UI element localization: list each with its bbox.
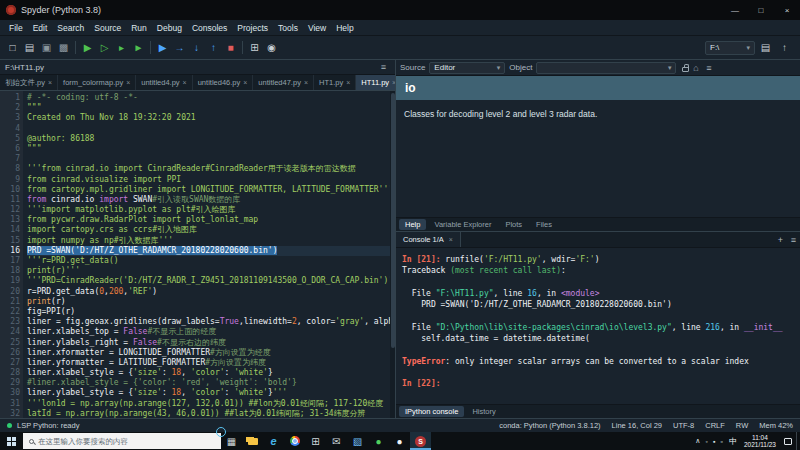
console-output[interactable]: In [21]: runfile('F:/HT11.py', wdir='F:'… [396,248,800,404]
editor-tab-3[interactable]: untitled46.py× [193,75,254,90]
tray-icon-3[interactable]: ▫ [720,438,722,445]
editor-tab-label: untitled4.py [141,78,179,87]
notification-center-icon[interactable] [780,432,796,450]
edge-icon[interactable]: e [263,432,284,450]
menu-item-tools[interactable]: Tools [273,23,303,33]
menu-item-view[interactable]: View [303,23,331,33]
save-all-button[interactable]: ▩ [55,39,72,56]
tray-icon-2[interactable]: ▪ [713,438,715,445]
code-segment: from pycwr.draw.RadarPlot import plot_lo… [27,215,258,224]
maximize-button[interactable]: □ [748,0,774,20]
file-explorer-icon[interactable] [242,432,263,450]
chrome-icon[interactable] [284,432,305,450]
editor-body[interactable]: 1234567891011121314151617181920212223242… [0,91,395,418]
menu-item-edit[interactable]: Edit [28,23,53,33]
line-number: 18 [0,266,20,276]
run-selection-button[interactable]: ► [130,39,147,56]
spyder-taskbar-icon[interactable]: S [410,432,431,450]
preferences-button[interactable]: ◉ [263,39,280,56]
show-desktop-button[interactable] [796,432,800,450]
tray-expand-icon[interactable]: ∧ [695,437,700,445]
step-over-button[interactable]: → [171,39,188,56]
taskbar-clock[interactable]: 11:04 2021/11/23 [740,432,780,450]
new-file-button[interactable]: □ [4,39,21,56]
console-tab-1[interactable]: History [466,406,501,417]
code-segment: False [133,338,157,347]
editor-tab-1[interactable]: form_colormap.py× [58,75,136,90]
menu-item-source[interactable]: Source [89,23,126,33]
start-button[interactable] [0,432,23,450]
qq-icon[interactable]: ● [389,432,410,450]
help-tab-3[interactable]: Files [530,219,558,230]
minimize-button[interactable]: — [722,0,748,20]
object-combo[interactable]: ▾ [536,62,676,74]
tab-close-icon[interactable]: × [183,79,187,86]
menu-bar: FileEditSearchSourceRunDebugConsolesProj… [0,20,800,36]
scrollbar-thumb[interactable] [391,93,395,348]
source-combo[interactable]: Editor ▾ [429,62,505,74]
console-options-icon[interactable]: ≡ [787,235,800,245]
task-view-icon[interactable]: ▦ [221,432,242,450]
tab-close-icon[interactable]: × [392,79,395,86]
photos-icon[interactable]: ▧ [347,432,368,450]
mail-icon[interactable]: ✉ [326,432,347,450]
tray-icon-1[interactable]: ◦ [705,438,707,445]
tab-close-icon[interactable]: × [48,79,52,86]
menu-item-search[interactable]: Search [52,23,89,33]
tab-close-icon[interactable]: × [243,79,247,86]
step-into-button[interactable]: ↓ [188,39,205,56]
main-toolbar: □▤▣▩▶▷▸►▶→↓↑■⊞◉ F:\ ▾ ▤ ↑ [0,36,800,60]
new-console-button[interactable]: + [774,235,787,245]
menu-item-file[interactable]: File [4,23,28,33]
editor-tab-5[interactable]: HT1.py× [314,75,356,90]
save-button[interactable]: ▣ [38,39,55,56]
help-tab-2[interactable]: Plots [499,219,528,230]
help-tab-0[interactable]: Help [399,219,426,230]
store-icon[interactable]: ⊞ [305,432,326,450]
working-directory-combo[interactable]: F:\ ▾ [705,41,755,55]
menu-item-help[interactable]: Help [331,23,358,33]
tab-close-icon[interactable]: × [126,79,130,86]
taskbar-search[interactable] [23,433,221,449]
parent-directory-button[interactable]: ↑ [776,39,793,56]
debug-button[interactable]: ▶ [154,39,171,56]
code-segment: In [21]: [402,255,445,264]
open-file-button[interactable]: ▤ [21,39,38,56]
run-cell-button[interactable]: ▷ [96,39,113,56]
home-icon[interactable]: ⌂ [689,63,702,73]
run-button[interactable]: ▶ [79,39,96,56]
browse-directory-button[interactable]: ▤ [757,39,774,56]
editor-options-icon[interactable]: ≡ [377,62,390,72]
console-tab-0[interactable]: IPython console [399,406,464,417]
stop-button[interactable]: ■ [222,39,239,56]
wechat-icon[interactable]: ● [368,432,389,450]
input-method-indicator[interactable]: 中 [726,432,740,450]
lock-icon[interactable] [682,67,689,72]
run-cell-advance-button[interactable]: ▸ [113,39,130,56]
editor-tab-0[interactable]: 初始文件.py× [0,75,58,90]
editor-scrollbar[interactable] [390,91,395,418]
editor-tab-6[interactable]: HT11.py× [356,75,395,90]
console-tab[interactable]: Console 1/A × [396,232,461,247]
editor-tab-2[interactable]: untitled4.py× [136,75,192,90]
menu-item-projects[interactable]: Projects [232,23,273,33]
code-segment: <module> [561,289,600,298]
step-out-button[interactable]: ↑ [205,39,222,56]
editor-code[interactable]: # -*- coding: utf-8 -*-"""Created on Thu… [23,91,395,418]
editor-tab-4[interactable]: untitled47.py× [253,75,314,90]
console-tab-close-icon[interactable]: × [449,236,453,243]
clock-date: 2021/11/23 [744,441,776,449]
menu-item-consoles[interactable]: Consoles [187,23,232,33]
close-button[interactable]: × [774,0,800,20]
code-segment: liner.ylabel_style = { [27,388,133,397]
search-input[interactable] [38,437,215,446]
menu-item-run[interactable]: Run [126,23,152,33]
line-number: 23 [0,317,20,327]
options-icon[interactable]: ≡ [702,63,715,73]
maximize-pane-button[interactable]: ⊞ [246,39,263,56]
help-tab-1[interactable]: Variable Explorer [428,219,497,230]
tab-close-icon[interactable]: × [304,79,308,86]
toolbar-separator [242,41,243,54]
menu-item-debug[interactable]: Debug [152,23,187,33]
tab-close-icon[interactable]: × [346,79,350,86]
